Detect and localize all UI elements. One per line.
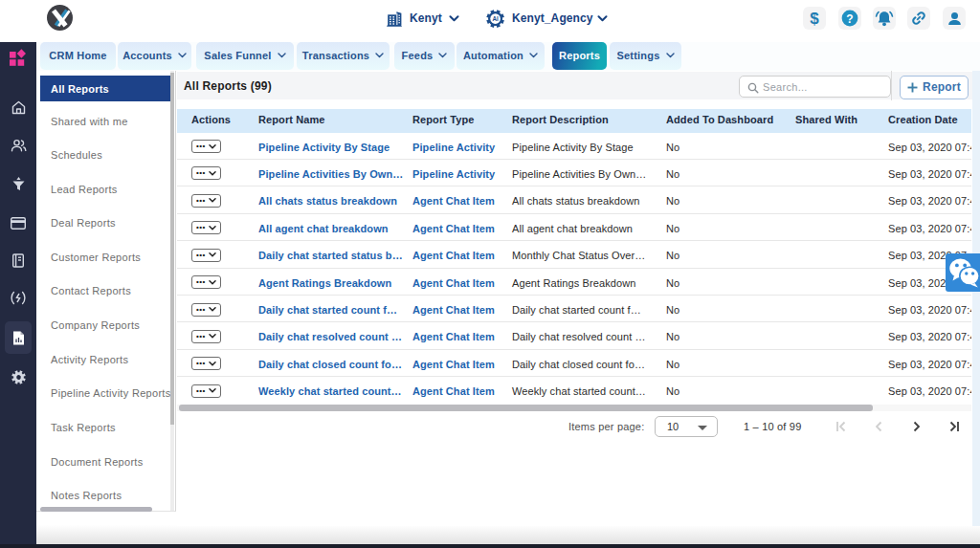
svg-text:$: $ bbox=[810, 10, 819, 27]
svg-text:?: ? bbox=[846, 12, 853, 26]
svg-text:AI: AI bbox=[492, 15, 499, 22]
